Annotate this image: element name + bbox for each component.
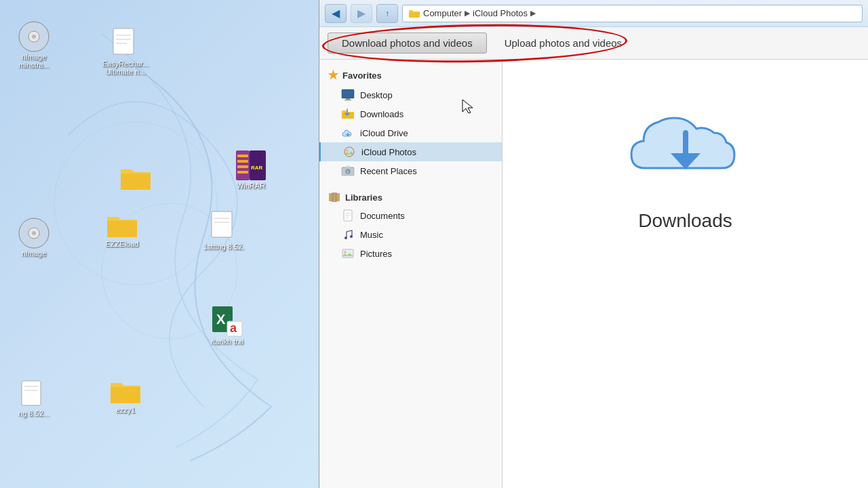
nav-item-recent-places-label: Recent Places: [360, 166, 417, 176]
desktop-icon-ezzload[interactable]: EZZEload: [95, 210, 149, 248]
music-nav-icon: [341, 228, 355, 241]
svg-rect-12: [237, 160, 248, 163]
nav-item-recent-places[interactable]: Recent Places: [319, 161, 502, 180]
address-folder-icon: [408, 8, 420, 19]
desktop-icon-winrar[interactable]: RAR WinRAR: [224, 149, 278, 190]
cd-icon-label: nImageminstra...: [18, 53, 49, 69]
ezzload-folder-icon: [106, 210, 138, 240]
nav-item-music[interactable]: Music: [319, 225, 502, 244]
desktop-icon-cd2[interactable]: nImage: [7, 217, 61, 258]
favorites-label: Favorites: [342, 70, 382, 81]
winrar-label: WinRAR: [237, 182, 265, 190]
svg-point-34: [347, 150, 349, 152]
1stttng-icon: [209, 210, 239, 243]
svg-text:X: X: [216, 312, 226, 327]
nav-item-desktop[interactable]: Desktop: [319, 85, 502, 104]
desktop-icon-folder1[interactable]: [108, 163, 163, 192]
desktop-icon-easyrecharge[interactable]: EasyRechar...Ultimate n...: [98, 27, 153, 76]
downloads-nav-icon: [341, 108, 355, 120]
libraries-section[interactable]: Libraries: [319, 188, 502, 206]
ezzload-label: EZZEload: [106, 240, 139, 248]
documents-nav-icon: [341, 209, 355, 222]
libraries-label: Libraries: [345, 192, 382, 203]
breadcrumb-computer[interactable]: Computer: [423, 8, 462, 18]
download-photos-button[interactable]: Download photos and videos: [328, 33, 487, 54]
svg-rect-29: [342, 89, 354, 98]
desktop-icon-8520[interactable]: ng 8.52...: [7, 380, 61, 418]
icloud-drive-nav-icon: [341, 127, 355, 139]
forward-button[interactable]: ▶: [351, 4, 372, 23]
easyrecharge-label: EasyRechar...Ultimate n...: [102, 60, 149, 76]
svg-point-18: [32, 231, 36, 235]
nav-item-music-label: Music: [360, 230, 383, 240]
nav-item-documents[interactable]: Documents: [319, 206, 502, 225]
ezzy1-folder-icon: [109, 376, 142, 406]
svg-point-33: [344, 147, 354, 157]
svg-point-47: [344, 251, 347, 253]
nav-item-icloud-photos[interactable]: iCloud Photos: [319, 142, 502, 161]
nav-item-downloads[interactable]: Downloads: [319, 104, 502, 123]
svg-rect-5: [113, 28, 134, 54]
svg-point-45: [350, 235, 353, 238]
address-bar[interactable]: Computer ▶ iCloud Photos ▶: [402, 5, 863, 22]
svg-rect-14: [237, 171, 248, 174]
nav-pane: ★ Favorites Desktop Downloads: [319, 60, 502, 488]
svg-rect-13: [237, 165, 248, 168]
svg-rect-46: [342, 249, 353, 258]
star-icon: ★: [328, 68, 338, 83]
explorer-window: ◀ ▶ ↑ Computer ▶ iCloud Photos ▶ Downloa…: [319, 0, 868, 488]
excel-a-label: /tarikh trxi: [211, 338, 243, 346]
nav-item-downloads-label: Downloads: [360, 109, 403, 119]
cd-icon: [18, 20, 50, 53]
desktop-icon-1stttng[interactable]: 1stttng 8.52.: [197, 210, 251, 251]
nav-item-icloud-drive[interactable]: iCloud Drive: [319, 123, 502, 142]
svg-point-4: [32, 35, 36, 39]
action-bar: Download photos and videos Upload photos…: [319, 27, 868, 60]
cd2-label: nImage: [22, 249, 47, 258]
back-button[interactable]: ◀: [325, 4, 347, 23]
libraries-section-icon: [328, 191, 341, 203]
text-file-icon: [111, 27, 140, 60]
breadcrumb-icloud-photos[interactable]: iCloud Photos: [473, 8, 528, 18]
cloud-download-illustration: [625, 94, 747, 202]
nav-item-desktop-label: Desktop: [360, 90, 393, 100]
svg-rect-19: [212, 211, 232, 237]
folder-icon: [119, 163, 152, 192]
desktop-icon-ezzy1[interactable]: ezzy1: [98, 376, 153, 414]
favorites-section[interactable]: ★ Favorites: [319, 65, 502, 85]
recent-places-nav-icon: [341, 165, 355, 177]
desktop-icon-excel-a[interactable]: X a /tarikh trxi: [200, 305, 254, 346]
up-button[interactable]: ↑: [376, 4, 398, 23]
content-downloads-label: Downloads: [638, 210, 732, 232]
cd2-icon: [18, 217, 50, 249]
main-content: ★ Favorites Desktop Downloads: [319, 60, 868, 488]
svg-rect-31: [344, 100, 351, 101]
svg-text:a: a: [230, 321, 237, 335]
1stttng-label: 1stttng 8.52.: [203, 243, 245, 251]
explorer-toolbar: ◀ ▶ ↑ Computer ▶ iCloud Photos ▶: [319, 0, 868, 27]
nav-item-pictures-label: Pictures: [360, 249, 392, 259]
svg-text:RAR: RAR: [251, 165, 263, 171]
desktop-nav-icon: [341, 89, 355, 101]
8520-icon: [20, 380, 47, 409]
content-pane: Downloads: [502, 60, 868, 488]
svg-rect-30: [346, 98, 350, 100]
8520-label: ng 8.52...: [18, 409, 50, 418]
nav-item-documents-label: Documents: [360, 211, 405, 221]
breadcrumb-arrow-2: ▶: [530, 9, 536, 18]
winrar-icon: RAR: [235, 149, 267, 182]
svg-rect-11: [237, 155, 248, 157]
pictures-nav-icon: [341, 247, 355, 260]
nav-item-pictures[interactable]: Pictures: [319, 244, 502, 263]
cloud-illustration: Downloads: [625, 94, 747, 232]
desktop-icon-cd[interactable]: nImageminstra...: [7, 20, 61, 69]
upload-photos-button[interactable]: Upload photos and videos: [494, 33, 633, 53]
breadcrumb-arrow-1: ▶: [465, 9, 470, 18]
cloud-svg-container: [625, 94, 747, 202]
svg-rect-26: [22, 381, 41, 405]
ezzy1-label: ezzy1: [116, 406, 136, 414]
nav-item-icloud-drive-label: iCloud Drive: [360, 128, 408, 138]
icloud-photos-nav-icon: [342, 146, 356, 158]
svg-rect-39: [332, 192, 337, 202]
svg-point-44: [344, 237, 347, 239]
